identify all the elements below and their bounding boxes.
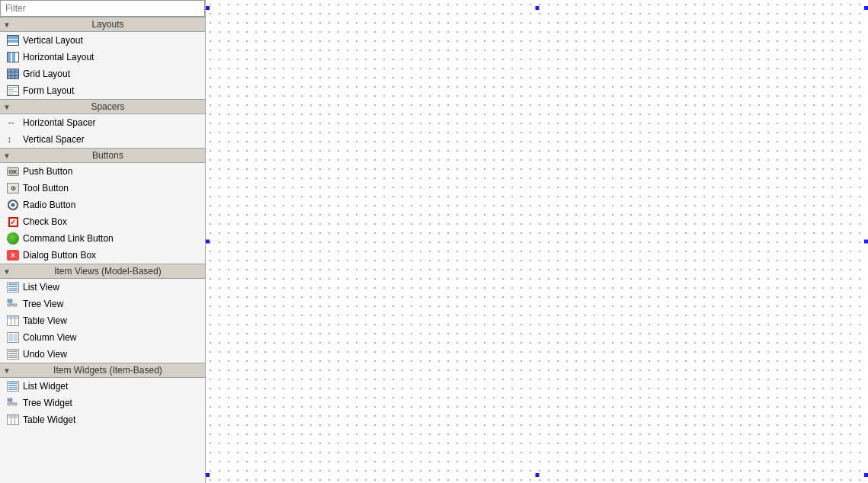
form-layout-icon <box>6 84 20 98</box>
sidebar-item-column-view[interactable]: Column View <box>0 329 205 346</box>
category-label-layouts: Layouts <box>14 19 202 30</box>
collapse-arrow-buttons: ▼ <box>3 152 11 160</box>
sidebar-item-vertical-layout[interactable]: Vertical Layout <box>0 32 205 49</box>
category-buttons[interactable]: ▼ Buttons <box>0 148 205 163</box>
sidebar-item-table-view[interactable]: Table View <box>0 312 205 329</box>
handle-middle-right[interactable] <box>864 240 868 244</box>
undoview-icon <box>6 347 20 361</box>
svg-rect-2 <box>13 304 17 306</box>
category-label-buttons: Buttons <box>14 150 202 161</box>
category-spacers[interactable]: ▼ Spacers <box>0 99 205 114</box>
toolbtn-icon: ⚙ <box>6 181 20 195</box>
dialog-button-box-label: Dialog Button Box <box>23 250 96 261</box>
list-widget-label: List Widget <box>23 381 68 392</box>
colview-icon <box>6 331 20 344</box>
sidebar-item-tree-widget[interactable]: Tree Widget <box>0 395 205 411</box>
sidebar-item-horizontal-spacer[interactable]: Horizontal Spacer <box>0 114 205 131</box>
radiobtn-icon <box>6 198 20 212</box>
collapse-arrow-layouts: ▼ <box>3 21 11 29</box>
table-view-label: Table View <box>23 315 67 326</box>
command-link-button-label: Command Link Button <box>23 233 114 244</box>
cmdlink-icon <box>6 232 20 245</box>
svg-rect-0 <box>8 299 12 302</box>
handle-top-right[interactable] <box>864 6 868 10</box>
category-items-item-views: List View Tree View <box>0 279 205 363</box>
sidebar-item-list-widget[interactable]: List Widget <box>0 378 205 395</box>
grid-layout-icon <box>6 67 20 81</box>
sidebar-item-tree-view[interactable]: Tree View <box>0 296 205 312</box>
handle-top-left[interactable] <box>206 6 210 10</box>
sidebar-item-radio-button[interactable]: Radio Button <box>0 197 205 213</box>
category-layouts[interactable]: ▼ Layouts <box>0 17 205 32</box>
tablewidget-icon <box>6 413 20 427</box>
radio-button-label: Radio Button <box>23 200 75 210</box>
sidebar-item-form-layout[interactable]: Form Layout <box>0 82 205 99</box>
table-widget-label: Table Widget <box>23 414 75 425</box>
sidebar-item-dialog-button-box[interactable]: X Dialog Button Box <box>0 247 205 264</box>
check-box-label: Check Box <box>23 216 67 227</box>
handle-bottom-right[interactable] <box>864 473 868 477</box>
sidebar-item-check-box[interactable]: ✓ Check Box <box>0 213 205 230</box>
sidebar-item-list-view[interactable]: List View <box>0 279 205 296</box>
sidebar-item-table-widget[interactable]: Table Widget <box>0 411 205 428</box>
category-items-buttons: OK Push Button ⚙ Tool Button Radio Butto… <box>0 163 205 264</box>
category-items-layouts: Vertical Layout Horizontal Layout Grid L… <box>0 32 205 99</box>
collapse-arrow-item-widgets: ▼ <box>3 366 11 375</box>
category-items-item-widgets: List Widget Tree Widget <box>0 378 205 428</box>
tableview-icon <box>6 314 20 328</box>
sidebar-item-tool-button[interactable]: ⚙ Tool Button <box>0 180 205 197</box>
hspacer-icon <box>6 116 20 130</box>
tool-button-label: Tool Button <box>23 183 69 194</box>
filter-input[interactable] <box>0 0 205 17</box>
design-canvas[interactable] <box>206 0 868 483</box>
svg-rect-5 <box>8 398 12 401</box>
vlayout-icon <box>6 34 20 47</box>
list-view-label: List View <box>23 282 59 293</box>
sidebar-item-grid-layout[interactable]: Grid Layout <box>0 66 205 82</box>
sidebar-item-horizontal-layout[interactable]: Horizontal Layout <box>0 49 205 66</box>
category-items-spacers: Horizontal Spacer Vertical Spacer <box>0 114 205 148</box>
sidebar-item-push-button[interactable]: OK Push Button <box>0 163 205 180</box>
handle-top-center[interactable] <box>535 6 539 10</box>
pushbtn-icon: OK <box>6 165 20 178</box>
collapse-arrow-item-views: ▼ <box>3 267 11 276</box>
listview-icon <box>6 280 20 294</box>
horizontal-spacer-label: Horizontal Spacer <box>23 117 95 128</box>
form-layout-label: Form Layout <box>23 85 74 96</box>
vertical-layout-label: Vertical Layout <box>23 35 83 46</box>
widget-panel: ▼ Layouts Vertical Layout Horizontal Lay… <box>0 0 206 483</box>
handle-bottom-center[interactable] <box>535 473 539 477</box>
treewidget-icon <box>6 396 20 410</box>
column-view-label: Column View <box>23 332 76 343</box>
panel-scroll-area: ▼ Layouts Vertical Layout Horizontal Lay… <box>0 17 205 483</box>
svg-rect-1 <box>8 304 11 306</box>
collapse-arrow-spacers: ▼ <box>3 103 11 111</box>
handle-middle-left[interactable] <box>206 240 210 244</box>
hlayout-icon <box>6 50 20 64</box>
category-label-spacers: Spacers <box>14 101 202 112</box>
push-button-label: Push Button <box>23 166 72 177</box>
checkbox-icon: ✓ <box>6 215 20 229</box>
vspacer-icon <box>6 133 20 146</box>
vertical-spacer-label: Vertical Spacer <box>23 134 85 145</box>
category-item-widgets[interactable]: ▼ Item Widgets (Item-Based) <box>0 363 205 378</box>
sidebar-item-undo-view[interactable]: Undo View <box>0 346 205 363</box>
svg-rect-7 <box>13 403 17 405</box>
sidebar-item-command-link-button[interactable]: Command Link Button <box>0 230 205 247</box>
tree-view-label: Tree View <box>23 299 63 309</box>
dialogbtnbox-icon: X <box>6 248 20 262</box>
category-label-item-widgets: Item Widgets (Item-Based) <box>14 365 202 376</box>
listwidget-icon <box>6 379 20 393</box>
grid-layout-label: Grid Layout <box>23 69 70 79</box>
horizontal-layout-label: Horizontal Layout <box>23 52 94 62</box>
handle-bottom-left[interactable] <box>206 473 210 477</box>
sidebar-item-vertical-spacer[interactable]: Vertical Spacer <box>0 131 205 148</box>
undo-view-label: Undo View <box>23 349 67 360</box>
category-item-views[interactable]: ▼ Item Views (Model-Based) <box>0 264 205 279</box>
tree-widget-label: Tree Widget <box>23 398 72 408</box>
svg-rect-6 <box>8 403 11 405</box>
treeview-icon <box>6 297 20 311</box>
category-label-item-views: Item Views (Model-Based) <box>14 266 202 277</box>
